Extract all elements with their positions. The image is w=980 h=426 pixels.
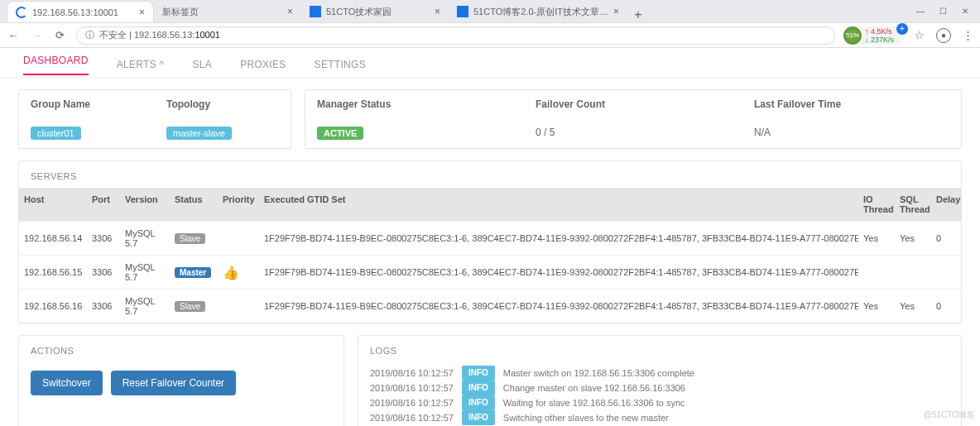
info-icon[interactable]: ⓘ: [85, 29, 94, 41]
logs-title: LOGS: [358, 336, 961, 362]
reset-failover-button[interactable]: Reset Failover Counter: [111, 371, 236, 395]
plus-icon[interactable]: +: [896, 23, 908, 35]
log-msg: Switching other slaves to the new master: [503, 410, 669, 425]
header-topology: Topology: [155, 90, 291, 118]
maximize-icon[interactable]: ☐: [939, 7, 947, 16]
table-row[interactable]: 192.168.56.15 3306 MySQL 5.7 Master 👍 1F…: [19, 255, 961, 289]
reload-icon[interactable]: ⟳: [53, 29, 66, 41]
browser-tab[interactable]: 51CTO博客2.0-原创IT技术文章… ×: [449, 1, 627, 22]
cell-priority: [218, 299, 259, 313]
tab-sla[interactable]: SLA: [193, 59, 213, 70]
log-line: 2019/08/16 10:12:57 INFO Master switch o…: [370, 366, 949, 381]
cell-host: 192.168.56.14: [19, 227, 87, 250]
cell-version: MySQL 5.7: [120, 256, 170, 289]
cell-io: [858, 266, 895, 279]
cell-gtid: 1F29F79B-BD74-11E9-B9EC-0800275C8EC3:1-6…: [259, 294, 858, 318]
log-ts: 2019/08/16 10:12:57: [370, 410, 454, 425]
cell-status: Slave: [170, 294, 218, 318]
log-level: INFO: [462, 410, 495, 425]
close-icon[interactable]: ×: [287, 6, 293, 17]
cell-io: Yes: [858, 227, 895, 250]
table-row[interactable]: 192.168.56.16 3306 MySQL 5.7 Slave 1F29F…: [19, 289, 961, 323]
cell-delay: [931, 266, 961, 279]
servers-panel: SERVERS Host Port Version Status Priorit…: [18, 160, 962, 323]
servers-title: SERVERS: [19, 161, 961, 188]
cell-port: 3306: [87, 294, 120, 318]
address-bar: ← → ⟳ ⓘ 不安全 | 192.168.56.13:10001 51% ↑ …: [0, 23, 980, 48]
browser-tab[interactable]: 新标签页 ×: [154, 1, 301, 22]
cell-sql: [895, 266, 931, 279]
log-msg: Master switch on 192.168.56.15:3306 comp…: [503, 366, 694, 381]
tab-title: 192.168.56.13:10001: [32, 7, 118, 17]
cell-gtid: 1F29F79B-BD74-11E9-B9EC-0800275C8EC3:1-6…: [259, 261, 858, 284]
cell-sql: Yes: [895, 294, 931, 318]
log-level: INFO: [462, 381, 495, 395]
thumbs-up-icon: 👍: [223, 266, 239, 280]
menu-icon[interactable]: ⋮: [963, 29, 973, 41]
log-msg: Change master on slave 192.168.56.16:330…: [503, 381, 685, 395]
cell-io: Yes: [858, 294, 895, 318]
actions-panel: ACTIONS Switchover Reset Failover Counte…: [18, 335, 344, 426]
last-failover: N/A: [742, 118, 961, 148]
header-manager-status: Manager Status: [305, 90, 524, 118]
log-line: 2019/08/16 10:12:57 INFO Waiting for sla…: [370, 395, 949, 410]
tab-title: 51CTO技术家园: [326, 6, 392, 18]
url-text: 不安全 | 192.168.56.13:10001: [99, 29, 220, 41]
log-ts: 2019/08/16 10:12:57: [370, 366, 454, 381]
network-badge[interactable]: 51% ↑ 4.5K/s ↓ 237K/s +: [845, 26, 905, 45]
group-name-chip[interactable]: cluster01: [31, 127, 81, 140]
tab-title: 新标签页: [162, 6, 199, 18]
cell-port: 3306: [87, 227, 120, 250]
browser-tabs: 192.168.56.13:10001 × 新标签页 × 51CTO技术家园 ×…: [0, 0, 980, 23]
cell-host: 192.168.56.16: [19, 294, 87, 318]
close-window-icon[interactable]: ✕: [962, 7, 968, 16]
cell-priority: [218, 232, 259, 245]
close-icon[interactable]: ×: [139, 7, 145, 18]
cell-sql: Yes: [895, 227, 931, 250]
back-icon[interactable]: ←: [7, 29, 20, 41]
log-ts: 2019/08/16 10:12:57: [370, 395, 454, 410]
new-tab-button[interactable]: +: [627, 7, 649, 22]
favicon-icon: [457, 6, 468, 17]
topology-chip[interactable]: master-slave: [166, 127, 232, 140]
cell-host: 192.168.56.15: [19, 261, 87, 284]
upload-speed: ↑ 4.5K/s: [865, 27, 894, 36]
status-panel: Manager Status Failover Count Last Failo…: [305, 89, 962, 149]
cell-status: Master: [170, 261, 218, 284]
watermark: @51CTO博客: [924, 409, 975, 421]
tab-dashboard[interactable]: DASHBOARD: [23, 55, 89, 75]
log-level: INFO: [462, 366, 495, 381]
cell-gtid: 1F29F79B-BD74-11E9-B9EC-0800275C8EC3:1-6…: [259, 227, 858, 250]
window-controls: — ☐ ✕: [916, 7, 980, 16]
active-chip: ACTIVE: [317, 127, 363, 140]
table-row[interactable]: 192.168.56.14 3306 MySQL 5.7 Slave 1F29F…: [19, 221, 961, 255]
download-speed: ↓ 237K/s: [865, 36, 894, 44]
log-line: 2019/08/16 10:12:57 INFO Switching other…: [370, 410, 949, 425]
log-ts: 2019/08/16 10:12:57: [370, 381, 454, 395]
header-failover-count: Failover Count: [524, 90, 742, 118]
tab-title: 51CTO博客2.0-原创IT技术文章…: [473, 6, 608, 18]
actions-title: ACTIONS: [19, 336, 343, 362]
tab-alerts[interactable]: ALERTS ^: [117, 59, 165, 70]
star-icon[interactable]: ☆: [915, 29, 925, 41]
failover-count: 0 / 5: [524, 118, 742, 148]
log-level: INFO: [462, 395, 495, 410]
profile-icon[interactable]: ●: [936, 28, 951, 43]
tab-settings[interactable]: SETTINGS: [315, 59, 366, 70]
forward-icon[interactable]: →: [30, 29, 43, 41]
tab-proxies[interactable]: PROXIES: [240, 59, 286, 70]
header-last-failover: Last Failover Time: [742, 90, 961, 118]
browser-tab[interactable]: 192.168.56.13:10001 ×: [7, 1, 154, 22]
url-input[interactable]: ⓘ 不安全 | 192.168.56.13:10001: [76, 26, 835, 45]
cell-status: Slave: [170, 227, 218, 250]
log-line: 2019/08/16 10:12:57 INFO Change master o…: [370, 381, 949, 395]
switchover-button[interactable]: Switchover: [31, 371, 103, 395]
servers-header: Host Port Version Status Priority Execut…: [19, 188, 961, 221]
group-panel: Group Name Topology cluster01 master-sla…: [18, 89, 291, 149]
cell-version: MySQL 5.7: [120, 222, 170, 255]
close-icon[interactable]: ×: [435, 6, 440, 17]
cell-priority: 👍: [218, 258, 259, 287]
close-icon[interactable]: ×: [613, 6, 619, 17]
browser-tab[interactable]: 51CTO技术家园 ×: [301, 1, 449, 22]
minimize-icon[interactable]: —: [916, 7, 925, 16]
